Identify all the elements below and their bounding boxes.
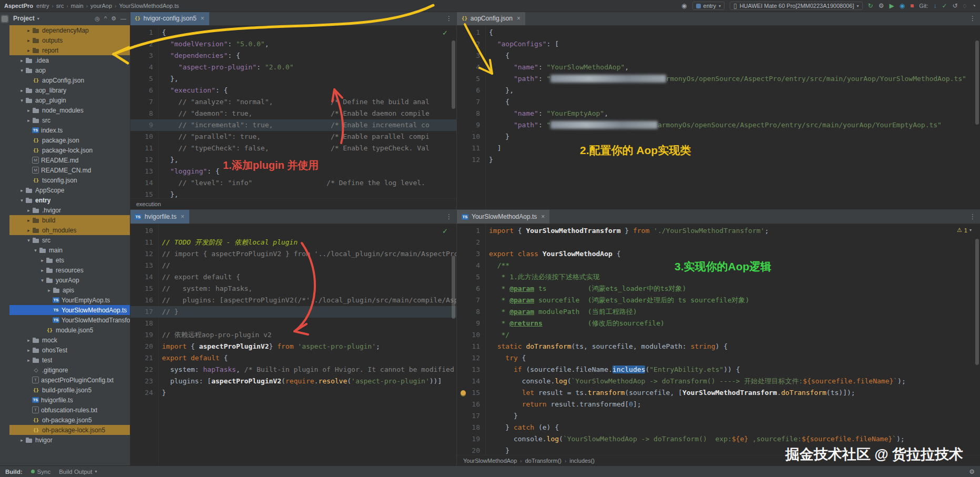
tree-item-hvigor[interactable]: ▸hvigor [9, 435, 130, 445]
tab-build-output[interactable]: Build Output ▾ [59, 469, 97, 475]
scrollbar[interactable] [975, 40, 979, 125]
tree-item-dependencyMap[interactable]: ▸dependencyMap [9, 25, 130, 35]
code-editor-yourslowmethodaop[interactable]: 1import { YourSlowMethodTransform } from… [457, 224, 980, 455]
sync-icon[interactable]: ↻ [868, 3, 873, 9]
tree-item-main[interactable]: ▾main [9, 245, 130, 255]
tree-item-YourSlowMethodTransform.ts[interactable]: TSYourSlowMethodTransform.ts [9, 315, 130, 325]
chevron-right-icon[interactable]: ▸ [25, 358, 32, 363]
chevron-right-icon[interactable]: ▸ [25, 28, 32, 33]
chevron-right-icon[interactable]: ▸ [25, 348, 32, 353]
tree-item-aop_plugin[interactable]: ▾aop_plugin [9, 95, 130, 105]
preview-icon[interactable]: ◉ [681, 3, 687, 9]
chevron-down-icon[interactable]: ▾ [18, 98, 25, 103]
tab-aopconfig-json[interactable]: {} aopConfig.json × [457, 12, 526, 25]
tree-item-outputs[interactable]: ▸outputs [9, 35, 130, 45]
tree-item-build-profile.json5[interactable]: {}build-profile.json5 [9, 385, 130, 395]
collapse-all-icon[interactable]: ^ [104, 15, 107, 22]
breadcrumb-item[interactable]: yourAop [90, 3, 112, 9]
hide-panel-icon[interactable]: — [120, 15, 126, 22]
project-tool-window-icon[interactable] [2, 16, 8, 22]
tree-item-obfuscation-rules.txt[interactable]: Tobfuscation-rules.txt [9, 405, 130, 415]
more-options-icon[interactable]: ⋮ [442, 213, 456, 220]
run-icon[interactable]: ▶ [889, 3, 894, 9]
tree-item-yourAop[interactable]: ▾yourAop [9, 275, 130, 285]
breadcrumb-item[interactable]: YourSlowMethodAop.ts [119, 3, 179, 9]
inspections-widget[interactable]: ⚠ 1 ▾ [957, 227, 972, 234]
device-selector[interactable]: ▯ HUAWEI Mate 60 Pro[2MM0223A19008006] ▾ [730, 2, 863, 10]
settings-icon[interactable]: ⚙ [111, 15, 116, 22]
chevron-down-icon[interactable]: ▾ [18, 68, 25, 73]
tree-item-YourSlowMethodAop.ts[interactable]: TSYourSlowMethodAop.ts [9, 305, 130, 315]
tree-item-report[interactable]: ▸report [9, 45, 130, 55]
close-icon[interactable]: × [517, 15, 520, 22]
intention-bulb-icon[interactable] [461, 390, 466, 395]
tree-item-aspectProPluginConfig.txt[interactable]: TaspectProPluginConfig.txt [9, 375, 130, 385]
chevron-right-icon[interactable]: ▸ [18, 88, 25, 93]
chevron-right-icon[interactable]: ▸ [25, 38, 32, 43]
tree-item-.hvigor[interactable]: ▸.hvigor [9, 205, 130, 215]
tree-item-resources[interactable]: ▸resources [9, 265, 130, 275]
tree-item-AppScope[interactable]: ▸AppScope [9, 185, 130, 195]
chevron-right-icon[interactable]: ▸ [25, 228, 32, 233]
tree-item-README.md[interactable]: MREADME.md [9, 155, 130, 165]
stop-icon[interactable]: ■ [910, 3, 914, 9]
code-editor-hvigorfile[interactable]: 1011// TODO 开发阶段 - 依赖local plugin12// im… [130, 224, 456, 399]
history-icon[interactable]: ↺ [953, 3, 958, 9]
tab-hvigorfile-ts[interactable]: TS hvigorfile.ts × [130, 210, 190, 224]
tree-item-aop[interactable]: ▾aop [9, 65, 130, 75]
project-panel-title[interactable]: Project [13, 15, 35, 22]
debug-icon[interactable]: ◉ [900, 3, 905, 9]
code-editor-hvigor-config[interactable]: 1{2 "modelVersion": "5.0.0",3 "dependenc… [130, 26, 456, 198]
tree-item-package-lock.json[interactable]: {}package-lock.json [9, 145, 130, 155]
more-options-icon[interactable]: ⋮ [965, 15, 980, 22]
chevron-right-icon[interactable]: ▸ [18, 58, 25, 63]
close-icon[interactable]: × [181, 213, 185, 220]
git-update-icon[interactable]: ↓ [933, 3, 936, 9]
tab-sync[interactable]: Sync [31, 469, 51, 475]
scrollbar[interactable] [975, 239, 979, 365]
tree-item-YourEmptyAop.ts[interactable]: TSYourEmptyAop.ts [9, 295, 130, 305]
tree-item-src[interactable]: ▾src [9, 235, 130, 245]
tree-item-package.json[interactable]: {}package.json [9, 135, 130, 145]
tree-item-oh-package-lock.json5[interactable]: {}oh-package-lock.json5 [9, 425, 130, 435]
tree-item-ohosTest[interactable]: ▸ohosTest [9, 345, 130, 355]
breadcrumb-item[interactable]: entry [36, 3, 49, 9]
tree-item-.gitignore[interactable]: ◇.gitignore [9, 365, 130, 375]
more-options-icon[interactable]: ⋮ [965, 213, 980, 220]
tree-item-tsconfig.json[interactable]: {}tsconfig.json [9, 175, 130, 185]
tree-item-build[interactable]: ▸build [9, 215, 130, 225]
tree-item-.idea[interactable]: ▸.idea [9, 55, 130, 65]
tree-item-apis[interactable]: ▸apis [9, 285, 130, 295]
chevron-right-icon[interactable]: ▸ [46, 288, 53, 293]
tree-item-README_CN.md[interactable]: MREADME_CN.md [9, 165, 130, 175]
more-options-icon[interactable]: ⋮ [442, 15, 456, 22]
close-icon[interactable]: × [541, 213, 545, 220]
tree-item-node_modules[interactable]: ▸node_modules [9, 105, 130, 115]
breadcrumb-item[interactable]: execution [136, 201, 161, 207]
code-editor-aopconfig[interactable]: 1{2 "aopConfigs": [3 {4 "name": "YourSlo… [457, 26, 980, 166]
scrollbar[interactable] [452, 256, 455, 319]
tab-hvigor-config-json5[interactable]: {} hvigor-config.json5 × [130, 12, 210, 25]
tree-item-oh_modules[interactable]: ▸oh_modules [9, 225, 130, 235]
tree-item-module.json5[interactable]: {}module.json5 [9, 325, 130, 335]
notifications-icon[interactable]: ◔ [972, 3, 976, 9]
chevron-down-icon[interactable]: ▾ [39, 278, 46, 283]
search-icon[interactable]: ◌ [963, 3, 967, 9]
chevron-right-icon[interactable]: ▸ [25, 218, 32, 223]
chevron-down-icon[interactable]: ▾ [18, 198, 25, 203]
chevron-right-icon[interactable]: ▸ [39, 268, 46, 273]
chevron-right-icon[interactable]: ▸ [25, 108, 32, 113]
git-commit-icon[interactable]: ✓ [942, 3, 947, 9]
build-icon[interactable]: ⚙ [879, 3, 884, 9]
tree-item-aop_library[interactable]: ▸aop_library [9, 85, 130, 95]
tree-item-test[interactable]: ▸test [9, 355, 130, 365]
chevron-right-icon[interactable]: ▸ [25, 208, 32, 213]
chevron-right-icon[interactable]: ▸ [18, 188, 25, 193]
tree-item-aopConfig.json[interactable]: {}aopConfig.json [9, 75, 130, 85]
locate-file-icon[interactable]: ◎ [95, 15, 100, 22]
chevron-right-icon[interactable]: ▸ [25, 338, 32, 343]
tree-item-oh-package.json5[interactable]: {}oh-package.json5 [9, 415, 130, 425]
run-config-selector[interactable]: entry ▾ [692, 2, 724, 10]
tree-item-entry[interactable]: ▾entry [9, 195, 130, 205]
chevron-right-icon[interactable]: ▸ [39, 258, 46, 263]
